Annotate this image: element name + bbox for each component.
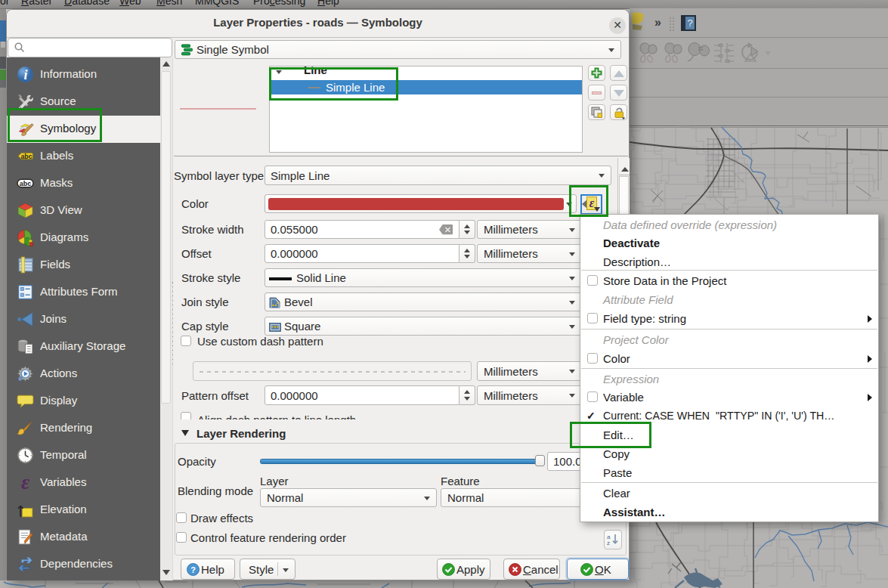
svg-text:ε: ε (21, 474, 29, 491)
svg-text:?: ? (190, 565, 196, 574)
svg-text:abc: abc (20, 180, 31, 187)
svg-text:abc: abc (20, 153, 32, 160)
svg-text:z: z (607, 540, 610, 546)
svg-text:i: i (24, 67, 28, 82)
